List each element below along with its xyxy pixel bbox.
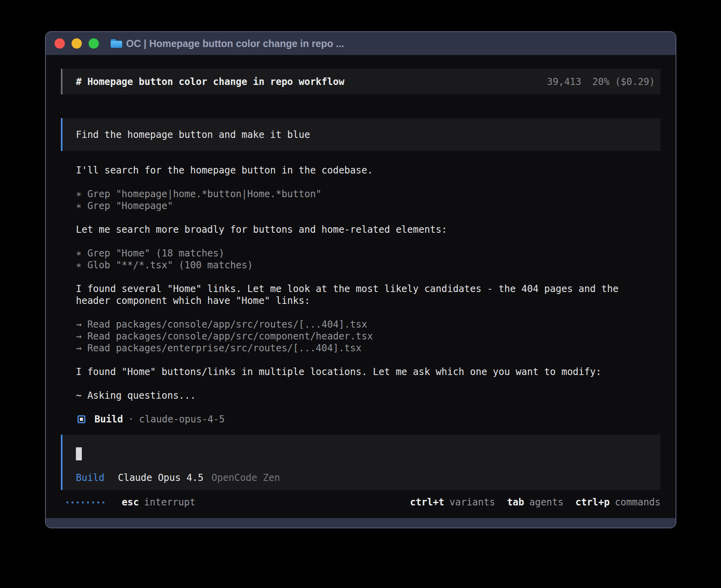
session-header: # Homepage button color change in repo w… [61,69,661,94]
window-title: OC | Homepage button color change in rep… [126,38,344,49]
agent-model: claude-opus-4-5 [139,413,225,425]
commands-hint[interactable]: ctrl+p commands [576,496,661,508]
context-percentage: 20% [592,76,609,88]
tool-call-line: → Read packages/console/app/src/componen… [76,330,653,342]
assistant-text-line: ~ Asking questions... [76,390,653,401]
input-provider-label: OpenCode Zen [211,472,280,484]
token-count: 39,413 [547,76,581,88]
tool-call-line: ∗ Glob "**/*.tsx" (100 matches) [76,259,653,271]
tool-call-line: → Read packages/console/app/src/routes/[… [76,318,653,330]
terminal-window: OC | Homepage button color change in rep… [45,31,676,528]
assistant-text-line: I found "Home" buttons/links in multiple… [76,366,653,378]
activity-dot [72,501,74,503]
status-bar: esc interrupt ctrl+t variants tab agents… [61,496,661,508]
input-model-label[interactable]: Claude Opus 4.5 [118,472,204,484]
status-bar-right: ctrl+t variants tab agents ctrl+p comman… [410,496,661,508]
assistant-text: I found several "Home" links. Let me loo… [76,283,653,307]
window-bottom-bar [46,518,676,528]
tool-call-line: ∗ Grep "homepage|home.*button|Home.*butt… [76,188,653,200]
tool-call-group: ∗ Grep "homepage|home.*button|Home.*butt… [76,188,653,212]
activity-dot [87,501,89,503]
activity-dot [92,501,94,503]
agent-separator: · [128,413,134,425]
assistant-text: I found "Home" buttons/links in multiple… [76,366,653,378]
assistant-text: ~ Asking questions... [76,390,653,401]
agents-hint[interactable]: tab agents [507,496,564,508]
variants-hint[interactable]: ctrl+t variants [410,496,495,508]
traffic-lights [55,38,99,49]
assistant-text: Let me search more broadly for buttons a… [76,224,653,236]
input-meta-row: Build Claude Opus 4.5 OpenCode Zen [76,472,647,484]
user-message: Find the homepage button and make it blu… [61,118,661,151]
assistant-text-line: Let me search more broadly for buttons a… [76,224,653,236]
activity-dot [102,501,104,503]
prompt-input[interactable]: Build Claude Opus 4.5 OpenCode Zen [61,435,661,490]
tool-call-line: ∗ Grep "Homepage" [76,200,653,212]
close-button[interactable] [55,38,65,49]
window-titlebar[interactable]: OC | Homepage button color change in rep… [46,32,676,55]
activity-dot [97,501,99,503]
minimize-button[interactable] [72,38,82,49]
tool-call-group: → Read packages/console/app/src/routes/[… [76,318,653,354]
tool-call-line: → Read packages/enterprise/src/routes/[.… [76,342,653,354]
session-title: # Homepage button color change in repo w… [76,76,344,88]
interrupt-label: interrupt [144,496,195,508]
folder-icon [110,38,123,49]
esc-key-hint[interactable]: esc [122,496,139,508]
activity-dot [77,501,79,503]
session-stats: 39,413 20% ($0.29) [547,76,655,88]
maximize-button[interactable] [89,38,99,49]
assistant-text: I'll search for the homepage button in t… [76,164,653,176]
status-bar-left: esc interrupt [61,496,195,508]
input-agent-label[interactable]: Build [76,472,104,484]
activity-dot [66,501,68,503]
agent-status-line: Build · claude-opus-4-5 [76,413,661,425]
text-cursor [76,447,82,460]
assistant-text-line: I'll search for the homepage button in t… [76,164,653,176]
tool-call-group: ∗ Grep "Home" (18 matches)∗ Glob "**/*.t… [76,247,653,271]
session-cost: ($0.29) [615,76,655,88]
assistant-text-line: I found several "Home" links. Let me loo… [76,283,653,307]
build-agent-icon [77,415,85,423]
agent-name: Build [94,413,123,425]
activity-dot [82,501,84,503]
tool-call-line: ∗ Grep "Home" (18 matches) [76,247,653,259]
assistant-response: I'll search for the homepage button in t… [76,164,653,401]
user-message-text: Find the homepage button and make it blu… [76,129,310,141]
terminal-content: # Homepage button color change in repo w… [46,55,676,518]
activity-dots [66,501,104,503]
